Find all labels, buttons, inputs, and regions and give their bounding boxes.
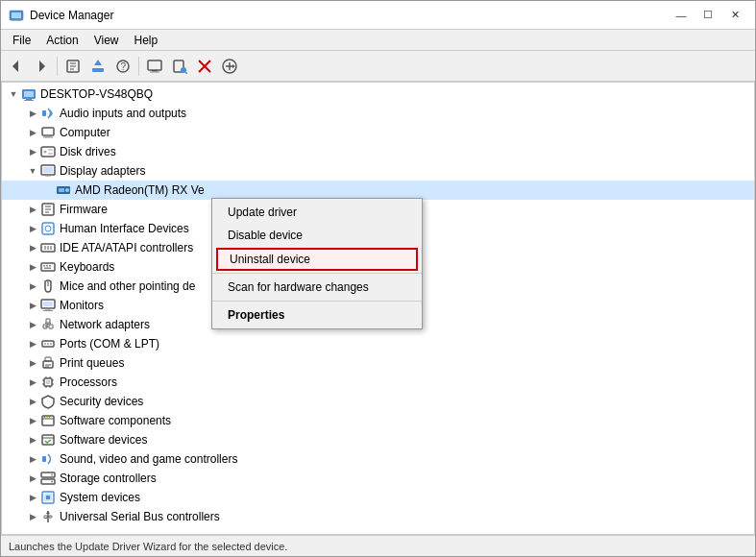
menu-file[interactable]: File — [5, 32, 38, 49]
expander-usb[interactable]: ▶ — [25, 509, 40, 524]
expander-monitors[interactable]: ▶ — [25, 298, 40, 313]
expander-security[interactable]: ▶ — [25, 394, 40, 409]
tree-item-computer[interactable]: ▶ Computer — [2, 123, 754, 142]
software-dev-icon — [40, 432, 56, 448]
svg-rect-95 — [42, 456, 46, 462]
expander-software-comp[interactable]: ▶ — [25, 413, 40, 428]
tree-item-print[interactable]: ▶ Print queues — [2, 353, 754, 373]
maximize-button[interactable]: ☐ — [695, 6, 720, 25]
svg-point-43 — [65, 188, 69, 192]
toolbar-update-driver[interactable] — [86, 55, 110, 78]
help-icon: ? — [115, 59, 131, 74]
expander-ide[interactable]: ▶ — [25, 240, 40, 255]
tree-item-root[interactable]: ▼ DESKTOP-VS48QBQ — [2, 85, 754, 104]
remove-icon — [197, 59, 212, 74]
menu-help[interactable]: Help — [127, 32, 166, 49]
expander-mouse[interactable]: ▶ — [25, 278, 40, 294]
scan-icon — [172, 59, 187, 74]
svg-rect-15 — [152, 70, 158, 72]
svg-rect-56 — [46, 265, 48, 267]
keyboard-icon — [40, 259, 56, 275]
menu-bar: File Action View Help — [1, 30, 755, 51]
svg-rect-34 — [41, 147, 55, 157]
toolbar-sep-1 — [57, 57, 58, 76]
processor-icon — [40, 375, 56, 390]
toolbar-properties[interactable] — [61, 55, 85, 78]
tree-item-amd[interactable]: ▶ AMD Radeon(TM) RX Ve — [2, 181, 754, 200]
expander-hid[interactable]: ▶ — [25, 221, 40, 236]
svg-point-73 — [50, 343, 52, 345]
usb-icon — [40, 509, 56, 524]
menu-view[interactable]: View — [86, 32, 127, 49]
minimize-button[interactable]: — — [669, 6, 694, 25]
audio-icon — [40, 106, 56, 121]
expander-root[interactable]: ▼ — [6, 86, 21, 102]
expander-computer[interactable]: ▶ — [25, 125, 40, 140]
toolbar-back[interactable] — [5, 55, 28, 78]
tree-item-usb[interactable]: ▶ Universal Serial Bus controllers — [2, 507, 754, 526]
sound-label: Sound, video and game controllers — [60, 452, 237, 466]
expander-keyboard[interactable]: ▶ — [25, 259, 40, 275]
expander-print[interactable]: ▶ — [25, 355, 40, 371]
ctx-disable-device[interactable]: Disable device — [212, 224, 422, 247]
svg-point-90 — [44, 417, 46, 419]
svg-rect-33 — [43, 137, 53, 138]
ctx-properties[interactable]: Properties — [212, 303, 422, 327]
forward-icon — [34, 59, 49, 74]
svg-marker-25 — [232, 64, 235, 68]
toolbar-scan[interactable] — [168, 55, 191, 78]
svg-point-99 — [51, 481, 53, 483]
svg-rect-42 — [59, 188, 64, 192]
amd-label: AMD Radeon(TM) RX Ve — [75, 183, 205, 197]
software-dev-label: Software devices — [60, 433, 147, 447]
security-label: Security devices — [60, 395, 143, 408]
menu-action[interactable]: Action — [38, 32, 85, 49]
system-label: System devices — [60, 491, 140, 504]
expander-storage[interactable]: ▶ — [25, 471, 40, 486]
tree-item-software-comp[interactable]: ▶ Software components — [2, 411, 754, 430]
expander-network[interactable]: ▶ — [25, 317, 40, 332]
root-label: DESKTOP-VS48QBQ — [40, 87, 153, 101]
toolbar-help[interactable]: ? — [111, 55, 134, 78]
ide-label: IDE ATA/ATAPI controllers — [60, 241, 193, 254]
ctx-uninstall-device[interactable]: Uninstall device — [216, 248, 418, 271]
toolbar-show-hidden[interactable] — [143, 55, 166, 78]
tree-item-system[interactable]: ▶ System devices — [2, 488, 754, 507]
expander-software-dev[interactable]: ▶ — [25, 432, 40, 448]
disk-icon — [40, 144, 56, 159]
device-manager-window: Device Manager — ☐ ✕ File Action View He… — [0, 0, 756, 557]
toolbar-add[interactable] — [218, 55, 241, 78]
tree-item-software-dev[interactable]: ▶ Software devices — [2, 430, 754, 449]
toolbar-forward[interactable] — [30, 55, 53, 78]
expander-audio[interactable]: ▶ — [25, 106, 40, 121]
tree-item-storage[interactable]: ▶ Storage controllers — [2, 469, 754, 488]
print-icon — [40, 355, 56, 371]
computer-label: Computer — [60, 126, 110, 139]
display-icon — [40, 163, 56, 179]
monitors-label: Monitors — [60, 299, 104, 312]
expander-firmware[interactable]: ▶ — [25, 202, 40, 217]
tree-item-sound[interactable]: ▶ Sound, video and game controllers — [2, 449, 754, 469]
monitor-icon2 — [40, 298, 56, 313]
expander-sound[interactable]: ▶ — [25, 451, 40, 467]
ctx-scan-hardware[interactable]: Scan for hardware changes — [212, 276, 422, 299]
title-bar-left: Device Manager — [9, 8, 113, 23]
tree-item-processors[interactable]: ▶ Processors — [2, 373, 754, 392]
toolbar-remove[interactable] — [193, 55, 216, 78]
svg-point-72 — [47, 343, 49, 345]
tree-item-display[interactable]: ▼ Display adapters — [2, 161, 754, 181]
tree-item-disk[interactable]: ▶ Disk drives — [2, 142, 754, 161]
svg-rect-105 — [44, 516, 47, 519]
tree-item-security[interactable]: ▶ Security devices — [2, 392, 754, 411]
expander-ports[interactable]: ▶ — [25, 336, 40, 351]
root-icon — [21, 86, 37, 102]
expander-system[interactable]: ▶ — [25, 490, 40, 505]
svg-rect-30 — [42, 110, 46, 116]
expander-disk[interactable]: ▶ — [25, 144, 40, 159]
close-button[interactable]: ✕ — [722, 6, 747, 25]
tree-item-audio[interactable]: ▶ Audio inputs and outputs — [2, 104, 754, 123]
expander-processors[interactable]: ▶ — [25, 375, 40, 390]
tree-item-ports[interactable]: ▶ Ports (COM & LPT) — [2, 334, 754, 353]
ctx-update-driver[interactable]: Update driver — [212, 201, 422, 224]
expander-display[interactable]: ▼ — [25, 163, 40, 179]
